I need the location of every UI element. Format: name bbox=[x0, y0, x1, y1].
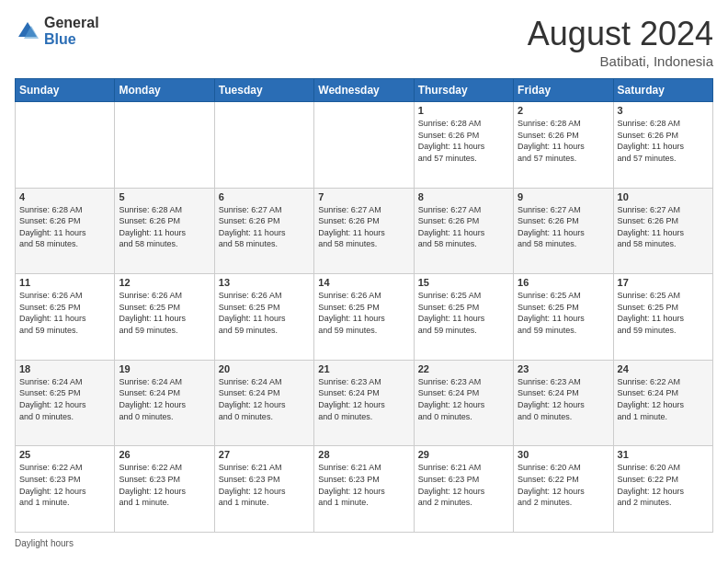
footer: Daylight hours bbox=[15, 538, 713, 548]
calendar-cell bbox=[214, 102, 313, 189]
calendar-cell: 18Sunrise: 6:24 AM Sunset: 6:25 PM Dayli… bbox=[16, 360, 115, 446]
day-number: 5 bbox=[119, 191, 210, 202]
week-row-4: 18Sunrise: 6:24 AM Sunset: 6:25 PM Dayli… bbox=[16, 360, 713, 446]
day-info: Sunrise: 6:22 AM Sunset: 6:24 PM Dayligh… bbox=[618, 376, 709, 422]
day-info: Sunrise: 6:25 AM Sunset: 6:25 PM Dayligh… bbox=[418, 290, 509, 336]
calendar-cell: 10Sunrise: 6:27 AM Sunset: 6:26 PM Dayli… bbox=[613, 188, 712, 274]
calendar-cell: 24Sunrise: 6:22 AM Sunset: 6:24 PM Dayli… bbox=[613, 360, 712, 446]
day-info: Sunrise: 6:23 AM Sunset: 6:24 PM Dayligh… bbox=[318, 376, 409, 422]
day-number: 28 bbox=[318, 449, 409, 460]
day-number: 14 bbox=[318, 277, 409, 288]
calendar-cell: 9Sunrise: 6:27 AM Sunset: 6:26 PM Daylig… bbox=[514, 188, 613, 274]
day-number: 27 bbox=[219, 449, 310, 460]
day-number: 7 bbox=[318, 191, 409, 202]
day-number: 21 bbox=[318, 363, 409, 374]
calendar-cell: 7Sunrise: 6:27 AM Sunset: 6:26 PM Daylig… bbox=[314, 188, 414, 274]
weekday-header-monday: Monday bbox=[115, 79, 214, 102]
day-number: 1 bbox=[418, 105, 509, 116]
calendar-cell: 30Sunrise: 6:20 AM Sunset: 6:22 PM Dayli… bbox=[514, 446, 613, 533]
week-row-2: 4Sunrise: 6:28 AM Sunset: 6:26 PM Daylig… bbox=[16, 188, 713, 274]
calendar-cell: 6Sunrise: 6:27 AM Sunset: 6:26 PM Daylig… bbox=[214, 188, 313, 274]
calendar-cell: 1Sunrise: 6:28 AM Sunset: 6:26 PM Daylig… bbox=[414, 102, 513, 189]
calendar-cell: 15Sunrise: 6:25 AM Sunset: 6:25 PM Dayli… bbox=[414, 274, 513, 361]
day-info: Sunrise: 6:28 AM Sunset: 6:26 PM Dayligh… bbox=[119, 204, 210, 250]
day-number: 22 bbox=[418, 363, 509, 374]
day-number: 13 bbox=[219, 277, 310, 288]
location: Batibati, Indonesia bbox=[528, 53, 713, 69]
weekday-header-tuesday: Tuesday bbox=[214, 79, 313, 102]
weekday-header-wednesday: Wednesday bbox=[314, 79, 414, 102]
calendar-cell: 17Sunrise: 6:25 AM Sunset: 6:25 PM Dayli… bbox=[613, 274, 712, 361]
logo-general-text: General bbox=[44, 15, 99, 31]
day-number: 15 bbox=[418, 277, 509, 288]
logo-blue-text: Blue bbox=[44, 31, 99, 48]
day-number: 9 bbox=[518, 191, 609, 202]
day-info: Sunrise: 6:27 AM Sunset: 6:26 PM Dayligh… bbox=[418, 204, 509, 250]
week-row-1: 1Sunrise: 6:28 AM Sunset: 6:26 PM Daylig… bbox=[16, 102, 713, 189]
page: General Blue August 2024 Batibati, Indon… bbox=[0, 0, 728, 563]
day-info: Sunrise: 6:27 AM Sunset: 6:26 PM Dayligh… bbox=[518, 204, 609, 250]
day-info: Sunrise: 6:21 AM Sunset: 6:23 PM Dayligh… bbox=[219, 462, 310, 508]
day-info: Sunrise: 6:26 AM Sunset: 6:25 PM Dayligh… bbox=[19, 290, 110, 336]
day-info: Sunrise: 6:21 AM Sunset: 6:23 PM Dayligh… bbox=[318, 462, 409, 508]
calendar-cell: 20Sunrise: 6:24 AM Sunset: 6:24 PM Dayli… bbox=[214, 360, 313, 446]
day-info: Sunrise: 6:28 AM Sunset: 6:26 PM Dayligh… bbox=[518, 118, 609, 164]
calendar-table: SundayMondayTuesdayWednesdayThursdayFrid… bbox=[15, 78, 713, 533]
day-number: 3 bbox=[618, 105, 709, 116]
day-info: Sunrise: 6:23 AM Sunset: 6:24 PM Dayligh… bbox=[518, 376, 609, 422]
day-info: Sunrise: 6:23 AM Sunset: 6:24 PM Dayligh… bbox=[418, 376, 509, 422]
day-number: 10 bbox=[618, 191, 709, 202]
calendar-cell bbox=[16, 102, 115, 189]
day-number: 8 bbox=[418, 191, 509, 202]
title-section: August 2024 Batibati, Indonesia bbox=[528, 15, 713, 69]
day-info: Sunrise: 6:22 AM Sunset: 6:23 PM Dayligh… bbox=[19, 462, 110, 508]
day-number: 19 bbox=[119, 363, 210, 374]
day-number: 24 bbox=[618, 363, 709, 374]
day-number: 31 bbox=[618, 449, 709, 460]
calendar-cell: 27Sunrise: 6:21 AM Sunset: 6:23 PM Dayli… bbox=[214, 446, 313, 533]
logo: General Blue bbox=[15, 15, 99, 47]
weekday-header-friday: Friday bbox=[514, 79, 613, 102]
calendar-cell: 5Sunrise: 6:28 AM Sunset: 6:26 PM Daylig… bbox=[115, 188, 214, 274]
day-number: 20 bbox=[219, 363, 310, 374]
day-number: 17 bbox=[618, 277, 709, 288]
day-info: Sunrise: 6:28 AM Sunset: 6:26 PM Dayligh… bbox=[418, 118, 509, 164]
day-info: Sunrise: 6:27 AM Sunset: 6:26 PM Dayligh… bbox=[618, 204, 709, 250]
day-number: 12 bbox=[119, 277, 210, 288]
calendar-cell: 21Sunrise: 6:23 AM Sunset: 6:24 PM Dayli… bbox=[314, 360, 414, 446]
calendar-cell: 3Sunrise: 6:28 AM Sunset: 6:26 PM Daylig… bbox=[613, 102, 712, 189]
calendar-cell bbox=[314, 102, 414, 189]
calendar-cell bbox=[115, 102, 214, 189]
calendar-cell: 11Sunrise: 6:26 AM Sunset: 6:25 PM Dayli… bbox=[16, 274, 115, 361]
day-info: Sunrise: 6:20 AM Sunset: 6:22 PM Dayligh… bbox=[518, 462, 609, 508]
day-number: 11 bbox=[19, 277, 110, 288]
day-info: Sunrise: 6:28 AM Sunset: 6:26 PM Dayligh… bbox=[618, 118, 709, 164]
calendar-cell: 13Sunrise: 6:26 AM Sunset: 6:25 PM Dayli… bbox=[214, 274, 313, 361]
day-info: Sunrise: 6:24 AM Sunset: 6:25 PM Dayligh… bbox=[19, 376, 110, 422]
daylight-label: Daylight hours bbox=[15, 538, 74, 548]
day-info: Sunrise: 6:26 AM Sunset: 6:25 PM Dayligh… bbox=[219, 290, 310, 336]
day-info: Sunrise: 6:27 AM Sunset: 6:26 PM Dayligh… bbox=[219, 204, 310, 250]
week-row-3: 11Sunrise: 6:26 AM Sunset: 6:25 PM Dayli… bbox=[16, 274, 713, 361]
calendar-cell: 26Sunrise: 6:22 AM Sunset: 6:23 PM Dayli… bbox=[115, 446, 214, 533]
calendar-cell: 28Sunrise: 6:21 AM Sunset: 6:23 PM Dayli… bbox=[314, 446, 414, 533]
calendar-cell: 29Sunrise: 6:21 AM Sunset: 6:23 PM Dayli… bbox=[414, 446, 513, 533]
day-number: 25 bbox=[19, 449, 110, 460]
day-info: Sunrise: 6:20 AM Sunset: 6:22 PM Dayligh… bbox=[618, 462, 709, 508]
weekday-header-sunday: Sunday bbox=[16, 79, 115, 102]
weekday-header-row: SundayMondayTuesdayWednesdayThursdayFrid… bbox=[16, 79, 713, 102]
calendar-cell: 22Sunrise: 6:23 AM Sunset: 6:24 PM Dayli… bbox=[414, 360, 513, 446]
calendar-cell: 12Sunrise: 6:26 AM Sunset: 6:25 PM Dayli… bbox=[115, 274, 214, 361]
day-info: Sunrise: 6:25 AM Sunset: 6:25 PM Dayligh… bbox=[618, 290, 709, 336]
day-info: Sunrise: 6:27 AM Sunset: 6:26 PM Dayligh… bbox=[318, 204, 409, 250]
header: General Blue August 2024 Batibati, Indon… bbox=[15, 15, 713, 69]
day-info: Sunrise: 6:26 AM Sunset: 6:25 PM Dayligh… bbox=[119, 290, 210, 336]
day-number: 4 bbox=[19, 191, 110, 202]
day-info: Sunrise: 6:28 AM Sunset: 6:26 PM Dayligh… bbox=[19, 204, 110, 250]
calendar-cell: 2Sunrise: 6:28 AM Sunset: 6:26 PM Daylig… bbox=[514, 102, 613, 189]
calendar-cell: 25Sunrise: 6:22 AM Sunset: 6:23 PM Dayli… bbox=[16, 446, 115, 533]
day-number: 16 bbox=[518, 277, 609, 288]
calendar-cell: 23Sunrise: 6:23 AM Sunset: 6:24 PM Dayli… bbox=[514, 360, 613, 446]
day-info: Sunrise: 6:24 AM Sunset: 6:24 PM Dayligh… bbox=[119, 376, 210, 422]
calendar-cell: 4Sunrise: 6:28 AM Sunset: 6:26 PM Daylig… bbox=[16, 188, 115, 274]
